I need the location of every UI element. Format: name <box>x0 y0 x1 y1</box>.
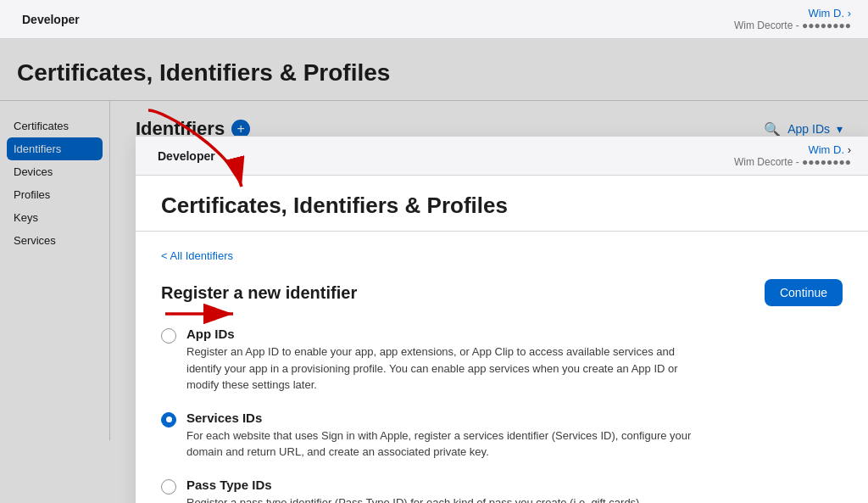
register-header: Register a new identifier Continue <box>161 279 843 306</box>
radio-option-pass-type-ids[interactable]: Pass Type IDs Register a pass type ident… <box>161 478 843 504</box>
modal-brand-name: Developer <box>158 149 215 163</box>
modal-account-id: ●●●●●●●● <box>802 156 851 168</box>
brand-name: Developer <box>22 13 80 26</box>
option-title-pass-type-ids: Pass Type IDs <box>186 478 695 492</box>
radio-content-services-ids: Services IDs For each website that uses … <box>186 411 695 461</box>
modal-user-info: Wim D. › Wim Decorte - ●●●●●●●● <box>734 143 851 168</box>
account-id-value: ●●●●●●●● <box>802 20 851 31</box>
username-dropdown-arrow[interactable]: › <box>848 7 851 20</box>
modal-body: All Identifiers Register a new identifie… <box>136 232 868 503</box>
username-link[interactable]: Wim D. <box>808 7 844 20</box>
radio-circle-app-ids[interactable] <box>161 328 176 344</box>
modal-top-nav: Developer Wim D. › Wim Decorte - ●●●●●●●… <box>136 137 868 176</box>
account-label: Wim Decorte - <box>734 20 799 31</box>
radio-content-pass-type-ids: Pass Type IDs Register a pass type ident… <box>186 478 695 504</box>
radio-option-services-ids[interactable]: Services IDs For each website that uses … <box>161 411 843 461</box>
radio-circle-services-ids[interactable] <box>161 412 176 428</box>
option-desc-app-ids: Register an App ID to enable your app, a… <box>186 344 695 394</box>
radio-circle-pass-type-ids[interactable] <box>161 479 176 495</box>
modal-account-label: Wim Decorte - <box>734 156 799 168</box>
option-title-app-ids: App IDs <box>186 327 695 341</box>
page-wrapper: Developer Wim D. › Wim Decorte - ●●●●●●●… <box>0 0 868 503</box>
radio-option-app-ids[interactable]: App IDs Register an App ID to enable you… <box>161 327 843 394</box>
modal-card: Developer Wim D. › Wim Decorte - ●●●●●●●… <box>136 136 868 503</box>
radio-content-app-ids: App IDs Register an App ID to enable you… <box>186 327 695 394</box>
brand-logo: Developer <box>17 13 80 26</box>
modal-page-header: Certificates, Identifiers & Profiles <box>136 176 868 232</box>
option-desc-services-ids: For each website that uses Sign in with … <box>186 428 695 461</box>
modal-page-title: Certificates, Identifiers & Profiles <box>161 193 843 219</box>
register-title: Register a new identifier <box>161 283 357 303</box>
option-title-services-ids: Services IDs <box>186 411 695 425</box>
modal-brand-logo: Developer <box>153 149 215 163</box>
modal-username-arrow[interactable]: › <box>848 143 851 156</box>
top-nav: Developer Wim D. › Wim Decorte - ●●●●●●●… <box>0 0 868 39</box>
option-desc-pass-type-ids: Register a pass type identifier (Pass Ty… <box>186 495 695 504</box>
continue-button[interactable]: Continue <box>765 279 843 306</box>
modal-username-link[interactable]: Wim D. <box>808 143 844 156</box>
user-info: Wim D. › Wim Decorte - ●●●●●●●● <box>734 7 851 31</box>
back-link[interactable]: All Identifiers <box>161 249 233 262</box>
